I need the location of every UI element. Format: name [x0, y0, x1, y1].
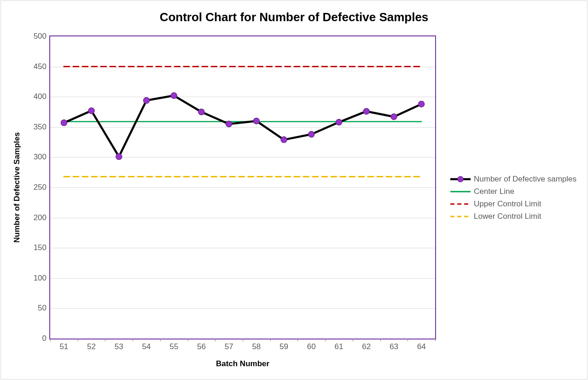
data-marker [419, 101, 425, 107]
y-tick-label: 250 [34, 183, 50, 192]
x-tick-label: 63 [390, 339, 398, 351]
data-marker [144, 98, 150, 104]
legend-item: Number of Defective samples [450, 175, 576, 184]
x-tick [325, 339, 326, 341]
data-marker [61, 120, 67, 126]
x-tick [215, 339, 215, 341]
x-tick-label: 53 [115, 339, 123, 351]
x-tick-label: 52 [87, 339, 96, 351]
x-tick-label: 57 [225, 339, 233, 351]
legend-label: Upper Control Limit [474, 199, 541, 209]
x-tick [133, 339, 133, 341]
series-line-data [64, 96, 421, 157]
x-tick [353, 339, 353, 341]
y-tick-label: 450 [34, 62, 50, 71]
x-tick [380, 339, 381, 341]
legend: Number of Defective samplesCenter LineUp… [450, 171, 576, 224]
y-tick-label: 0 [42, 334, 50, 343]
legend-label: Number of Defective samples [474, 175, 576, 184]
x-tick [408, 339, 408, 341]
data-marker [336, 119, 342, 125]
y-tick-label: 50 [38, 304, 50, 313]
legend-label: Center Line [474, 187, 514, 196]
y-tick-label: 150 [34, 243, 50, 252]
y-tick-label: 300 [34, 152, 50, 162]
x-tick [270, 339, 271, 341]
x-tick-label: 59 [279, 339, 288, 351]
x-tick [188, 339, 188, 341]
x-tick-label: 55 [169, 339, 178, 351]
y-tick-label: 100 [34, 274, 50, 283]
chart-frame: Control Chart for Number of Defective Sa… [0, 0, 588, 380]
chart-title: Control Chart for Number of Defective Sa… [1, 10, 587, 24]
legend-item: Upper Control Limit [450, 199, 576, 209]
x-tick [160, 339, 161, 341]
x-tick [105, 339, 105, 341]
x-tick-label: 61 [335, 339, 343, 351]
x-tick [50, 339, 51, 341]
data-marker [88, 108, 94, 114]
data-marker [281, 137, 287, 143]
data-marker [116, 154, 122, 160]
data-marker [171, 93, 177, 99]
x-tick [297, 339, 298, 341]
x-tick-label: 62 [362, 339, 371, 351]
data-marker [309, 131, 314, 137]
legend-item: Center Line [450, 187, 576, 196]
data-marker [391, 114, 397, 120]
x-tick [435, 339, 436, 341]
y-tick-label: 400 [34, 92, 50, 101]
x-tick-label: 58 [252, 339, 261, 351]
data-marker [363, 108, 369, 114]
data-marker [226, 121, 232, 127]
legend-label: Lower Control Limit [474, 212, 541, 221]
y-tick-label: 350 [34, 123, 50, 132]
y-tick-label: 200 [34, 213, 50, 222]
x-tick [78, 339, 78, 341]
svg-point-1 [458, 176, 463, 182]
x-tick-label: 64 [417, 339, 426, 351]
y-axis-title: Number of Defective Samples [12, 132, 22, 243]
x-tick-label: 60 [307, 339, 316, 351]
x-tick [243, 339, 243, 341]
y-tick-label: 500 [34, 32, 50, 41]
data-marker [198, 109, 204, 115]
plot-area: 0501001502002503003504004505005152535455… [49, 35, 436, 339]
data-marker [253, 118, 259, 124]
plot-svg [50, 36, 435, 339]
x-tick-label: 56 [197, 339, 206, 351]
x-axis-title: Batch Number [49, 359, 436, 368]
legend-item: Lower Control Limit [450, 212, 576, 221]
x-tick-label: 54 [142, 339, 151, 351]
x-tick-label: 51 [59, 339, 68, 351]
